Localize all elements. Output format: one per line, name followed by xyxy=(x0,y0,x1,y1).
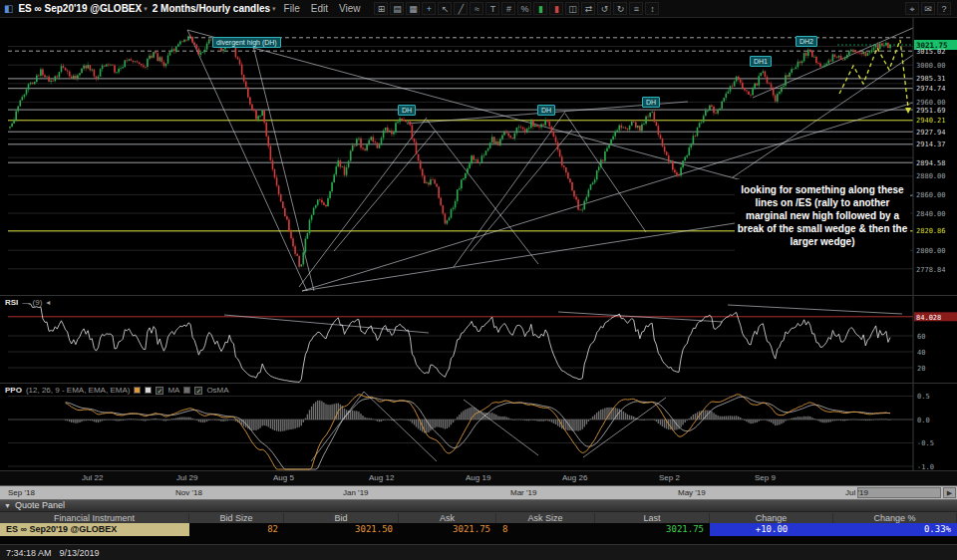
col-change-pct[interactable]: Change % xyxy=(833,513,957,523)
scrollbar-thumb[interactable] xyxy=(857,487,941,498)
date-axis-label: Sep 9 xyxy=(755,473,776,482)
last-cell: 3021.75 xyxy=(595,523,710,536)
ppo-signal-color-chip[interactable] xyxy=(145,387,152,394)
ma-label: MA xyxy=(167,386,179,395)
divergent-high-label[interactable]: divergent high (DH) xyxy=(212,37,281,48)
date-axis-label: Sep 2 xyxy=(659,473,680,482)
ppo-params: (12, 26, 9 - EMA, EMA, EMA) xyxy=(26,386,130,395)
quote-panel-header[interactable]: ▼ Quote Panel xyxy=(0,499,957,511)
ma-checkbox[interactable]: ✓ xyxy=(156,387,163,395)
target-icon[interactable]: ⌖ xyxy=(905,2,919,15)
scrollbar-date-label: Jan '19 xyxy=(343,488,369,497)
col-change[interactable]: Change xyxy=(710,513,833,523)
toolbar-icon-strip: ⊞▤▦+↖╱≈T#%▮▮◫⇄↺↻≡↕ xyxy=(374,2,659,15)
trading-workstation: ◧ ES ∞ Sep20'19 @GLOBEX ▾ 2 Months/Hourl… xyxy=(0,0,957,560)
divergent-high-label[interactable]: DH1 xyxy=(750,56,772,67)
col-ask-size[interactable]: Ask Size xyxy=(496,513,595,523)
grid-icon[interactable]: ▦ xyxy=(406,2,420,15)
svg-text:-0.5: -0.5 xyxy=(917,439,934,447)
chevron-down-icon: ▾ xyxy=(144,5,148,13)
candle-down-icon[interactable]: ▮ xyxy=(549,2,563,15)
divergent-high-label[interactable]: DH xyxy=(642,97,660,108)
osma-checkbox[interactable]: ✓ xyxy=(194,387,202,395)
percent-tool-icon[interactable]: % xyxy=(517,2,531,15)
scrollbar-date-label: Jul '19 xyxy=(845,488,868,497)
annotation-note[interactable]: looking for something along these lines … xyxy=(735,179,910,252)
price-chart-panel[interactable]: 3021.753015.023000.002985.312974.742960.… xyxy=(0,18,957,295)
col-financial-instrument[interactable]: Financial Instrument xyxy=(0,513,189,523)
date-axis-label: Aug 12 xyxy=(369,473,394,482)
col-bid[interactable]: Bid xyxy=(284,513,399,523)
date-axis-label: Aug 5 xyxy=(273,473,294,482)
collapse-indicator-icon[interactable]: ◂ xyxy=(46,298,50,307)
undo-icon[interactable]: ↺ xyxy=(597,2,611,15)
ask-size-cell: 8 xyxy=(496,523,595,536)
rsi-legend[interactable]: RSI — (9) ◂ xyxy=(5,298,50,307)
pointer-icon[interactable]: ↖ xyxy=(438,2,452,15)
app-icon[interactable]: ◧ xyxy=(4,0,13,18)
scrollbar-date-label: Mar '19 xyxy=(510,488,536,497)
ppo-legend[interactable]: PPO (12, 26, 9 - EMA, EMA, EMA) ✓ MA ✓ O… xyxy=(5,386,229,395)
resize-icon[interactable]: ↕ xyxy=(645,2,659,15)
instrument-cell[interactable]: ES ∞ Sep20'19 @GLOBEX xyxy=(0,523,189,536)
menu-view[interactable]: View xyxy=(336,3,364,14)
col-last[interactable]: Last xyxy=(595,513,710,523)
svg-text:20: 20 xyxy=(917,365,925,373)
bid-cell: 3021.50 xyxy=(284,523,399,536)
divergent-high-label[interactable]: DH xyxy=(537,105,555,116)
titlebar: ◧ ES ∞ Sep20'19 @GLOBEX ▾ 2 Months/Hourl… xyxy=(0,0,957,18)
text-tool-icon[interactable]: T xyxy=(485,2,499,15)
timeline-scrollbar[interactable]: ▶ Sep '18Nov '18Jan '19Mar '19May '19Jul… xyxy=(0,485,957,499)
divergent-high-label[interactable]: DH xyxy=(398,105,416,116)
rsi-params: — (9) xyxy=(22,298,42,307)
symbol-selector[interactable]: ES ∞ Sep20'19 @GLOBEX ▾ xyxy=(18,3,147,14)
quote-panel-spacer xyxy=(0,536,957,544)
help-icon[interactable]: ? xyxy=(937,2,951,15)
status-time: 7:34:18 AM xyxy=(6,548,52,558)
hash-tool-icon[interactable]: # xyxy=(501,2,515,15)
col-bid-size[interactable]: Bid Size xyxy=(189,513,284,523)
new-window-icon[interactable]: ⊞ xyxy=(374,2,388,15)
timeframe-selector[interactable]: 2 Months/Hourly candles ▾ xyxy=(153,3,276,14)
ppo-line-color-chip[interactable] xyxy=(134,387,141,394)
menu-edit[interactable]: Edit xyxy=(308,3,331,14)
col-ask[interactable]: Ask xyxy=(399,513,496,523)
rsi-plot[interactable]: 60402084.028 xyxy=(0,296,957,383)
symbol-label: ES ∞ Sep20'19 @GLOBEX xyxy=(18,3,142,14)
rsi-panel[interactable]: 60402084.028 RSI — (9) ◂ xyxy=(0,295,957,383)
timeframe-label: 2 Months/Hourly candles xyxy=(153,3,270,14)
change-pct-cell: 0.33% xyxy=(833,523,957,536)
compare-icon[interactable]: ⇄ xyxy=(581,2,595,15)
scrollbar-right-arrow-icon[interactable]: ▶ xyxy=(943,487,956,498)
collapse-icon[interactable]: ▼ xyxy=(4,500,11,511)
titlebar-right-icons: ⌖✉? xyxy=(905,2,951,15)
date-axis-label: Jul 22 xyxy=(82,473,103,482)
wave-tool-icon[interactable]: ≈ xyxy=(470,2,483,15)
date-axis-label: Aug 26 xyxy=(562,473,587,482)
split-view-icon[interactable]: ◫ xyxy=(565,2,579,15)
crosshair-icon[interactable]: + xyxy=(422,2,436,15)
svg-text:84.028: 84.028 xyxy=(916,314,941,322)
trendline-tool-icon[interactable]: ╱ xyxy=(454,2,468,15)
change-cell: +10.00 xyxy=(710,523,833,536)
chart-annotations-layer: divergent high (DH)DHDHDHDH1DH2 xyxy=(0,18,957,295)
quote-panel-title: Quote Panel xyxy=(15,500,65,511)
scrollbar-date-label: Nov '18 xyxy=(175,488,202,497)
ppo-plot[interactable]: 0.50.0-0.5-1.0 xyxy=(0,384,957,470)
mail-icon[interactable]: ✉ xyxy=(921,2,935,15)
menu-file[interactable]: File xyxy=(281,3,303,14)
ppo-panel[interactable]: 0.50.0-0.5-1.0 PPO (12, 26, 9 - EMA, EMA… xyxy=(0,383,957,470)
quote-columns-header: Financial Instrument Bid Size Bid Ask As… xyxy=(0,511,957,523)
svg-text:0.0: 0.0 xyxy=(917,417,930,424)
svg-text:40: 40 xyxy=(917,349,925,357)
redo-icon[interactable]: ↻ xyxy=(613,2,627,15)
divergent-high-label[interactable]: DH2 xyxy=(796,36,817,47)
menu-icon[interactable]: ≡ xyxy=(629,2,643,15)
status-date: 9/13/2019 xyxy=(60,548,100,558)
osma-color-chip[interactable] xyxy=(183,387,190,394)
layout-icon[interactable]: ▤ xyxy=(390,2,404,15)
osma-label: OsMA xyxy=(206,386,228,395)
quote-row[interactable]: ES ∞ Sep20'19 @GLOBEX 82 3021.50 3021.75… xyxy=(0,523,957,536)
ppo-title: PPO xyxy=(5,386,22,395)
candle-up-icon[interactable]: ▮ xyxy=(533,2,547,15)
